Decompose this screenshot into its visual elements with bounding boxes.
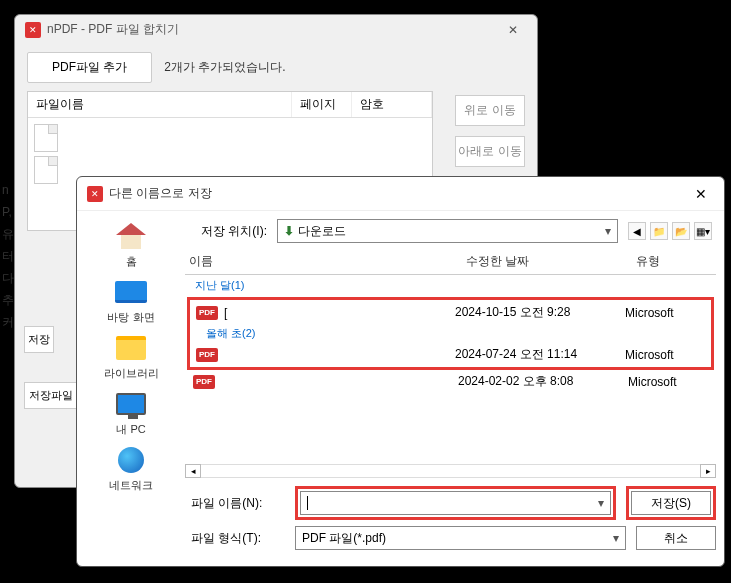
left-edge-strip: n P, 유 터 다 추 커 [0, 180, 14, 334]
scroll-track[interactable] [201, 464, 700, 478]
col-password[interactable]: 암호 [352, 92, 432, 117]
nav-toolbar: ◀ 📁 📂 ▦▾ [628, 222, 712, 240]
highlight-annotation-2: ▾ [295, 486, 616, 520]
location-label: 저장 위치(I): [185, 223, 267, 240]
list-header: 이름 수정한 날짜 유형 [185, 253, 716, 275]
pdf-icon: PDF [196, 306, 218, 320]
parent-title: nPDF - PDF 파일 합치기 [47, 21, 499, 38]
folder-icon [116, 336, 146, 360]
home-icon [116, 223, 146, 249]
save-titlebar: ✕ 다른 이름으로 저장 ✕ [77, 177, 724, 211]
header-type[interactable]: 유형 [636, 253, 716, 270]
network-icon [118, 447, 144, 473]
group-last-month[interactable]: 지난 달(1) [185, 275, 716, 296]
pc-icon [116, 393, 146, 415]
list-row[interactable]: PDF 2024-07-24 오전 11:14 Microsoft [190, 344, 711, 365]
dialog-icon: ✕ [87, 186, 103, 202]
list-row[interactable]: PDF 2024-02-02 오후 8:08 Microsoft [185, 371, 716, 392]
place-home[interactable]: 홈 [114, 221, 148, 269]
filename-input[interactable]: ▾ [300, 491, 611, 515]
location-value: 다운로드 [298, 223, 346, 240]
add-pdf-button[interactable]: PDF파일 추가 [27, 52, 152, 83]
view-menu-icon[interactable]: ▦▾ [694, 222, 712, 240]
horizontal-scrollbar[interactable]: ◂ ▸ [185, 464, 716, 478]
new-folder-icon[interactable]: 📂 [672, 222, 690, 240]
move-up-button[interactable]: 위로 이동 [455, 95, 525, 126]
up-folder-icon[interactable]: 📁 [650, 222, 668, 240]
places-bar: 홈 바탕 화면 라이브러리 내 PC 네트워크 [77, 211, 185, 564]
save-button[interactable]: 저장(S) [631, 491, 711, 515]
header-name[interactable]: 이름 [185, 253, 466, 270]
place-network[interactable]: 네트워크 [109, 445, 153, 493]
scroll-left-icon[interactable]: ◂ [185, 464, 201, 478]
pdf-icon: PDF [193, 375, 215, 389]
save-button-partial[interactable]: 저장 [24, 326, 54, 353]
location-dropdown[interactable]: ⬇ 다운로드 ▾ [277, 219, 618, 243]
file-table-header: 파일이름 페이지 암호 [28, 92, 432, 118]
app-icon: ✕ [25, 22, 41, 38]
file-icon[interactable] [34, 124, 58, 152]
group-early-year[interactable]: 올해 초(2) [190, 323, 711, 344]
place-desktop[interactable]: 바탕 화면 [107, 277, 154, 325]
move-down-button[interactable]: 아래로 이동 [455, 136, 525, 167]
chevron-down-icon[interactable]: ▾ [613, 531, 619, 545]
list-row[interactable]: PDF [ 2024-10-15 오전 9:28 Microsoft [190, 302, 711, 323]
filetype-dropdown[interactable]: PDF 파일(*.pdf) ▾ [295, 526, 626, 550]
parent-titlebar: ✕ nPDF - PDF 파일 합치기 ✕ [15, 15, 537, 44]
main-column: 저장 위치(I): ⬇ 다운로드 ▾ ◀ 📁 📂 ▦▾ 이름 수정한 날짜 유형 [185, 211, 724, 564]
pdf-icon: PDF [196, 348, 218, 362]
save-file-button-partial[interactable]: 저장파일 [24, 382, 78, 409]
place-library[interactable]: 라이브러리 [104, 333, 159, 381]
download-icon: ⬇ [284, 224, 294, 238]
chevron-down-icon[interactable]: ▾ [598, 496, 604, 510]
file-list[interactable]: 지난 달(1) PDF [ 2024-10-15 오전 9:28 Microso… [185, 275, 716, 458]
highlight-annotation-3: 저장(S) [626, 486, 716, 520]
highlight-annotation-1: PDF [ 2024-10-15 오전 9:28 Microsoft 올해 초(… [187, 297, 714, 370]
back-icon[interactable]: ◀ [628, 222, 646, 240]
filename-label: 파일 이름(N): [185, 495, 285, 512]
status-text: 2개가 추가되었습니다. [164, 59, 285, 76]
dialog-title: 다른 이름으로 저장 [109, 185, 688, 202]
header-date[interactable]: 수정한 날짜 [466, 253, 636, 270]
chevron-down-icon: ▾ [605, 224, 611, 238]
text-cursor [307, 496, 308, 510]
desktop-icon [115, 281, 147, 303]
scroll-right-icon[interactable]: ▸ [700, 464, 716, 478]
filetype-label: 파일 형식(T): [185, 530, 285, 547]
file-icon[interactable] [34, 156, 58, 184]
save-as-dialog: ✕ 다른 이름으로 저장 ✕ 홈 바탕 화면 라이브러리 내 PC [76, 176, 725, 567]
parent-close-button[interactable]: ✕ [499, 23, 527, 37]
cancel-button[interactable]: 취소 [636, 526, 716, 550]
col-page[interactable]: 페이지 [292, 92, 352, 117]
place-pc[interactable]: 내 PC [114, 389, 148, 437]
col-filename[interactable]: 파일이름 [28, 92, 292, 117]
dialog-close-button[interactable]: ✕ [688, 186, 714, 202]
